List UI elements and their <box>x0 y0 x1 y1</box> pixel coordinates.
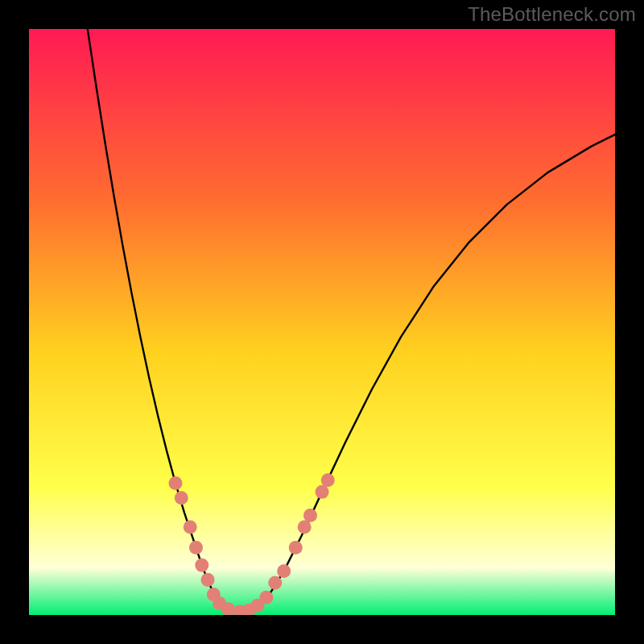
data-marker <box>289 541 303 555</box>
gradient-background <box>29 29 615 615</box>
data-marker <box>321 473 335 487</box>
data-marker <box>201 573 215 587</box>
plot-area <box>29 29 615 615</box>
data-marker <box>189 541 203 555</box>
data-marker <box>298 520 312 534</box>
data-marker <box>316 485 329 499</box>
attribution-text: TheBottleneck.com <box>468 3 636 26</box>
data-marker <box>259 591 273 605</box>
data-marker <box>184 520 197 534</box>
data-marker <box>277 564 291 578</box>
data-marker <box>303 509 317 522</box>
bottleneck-chart <box>29 29 615 615</box>
data-marker <box>169 477 183 490</box>
data-marker <box>175 491 188 505</box>
data-marker <box>195 559 208 572</box>
data-marker <box>268 576 282 589</box>
chart-frame: TheBottleneck.com <box>0 0 644 644</box>
